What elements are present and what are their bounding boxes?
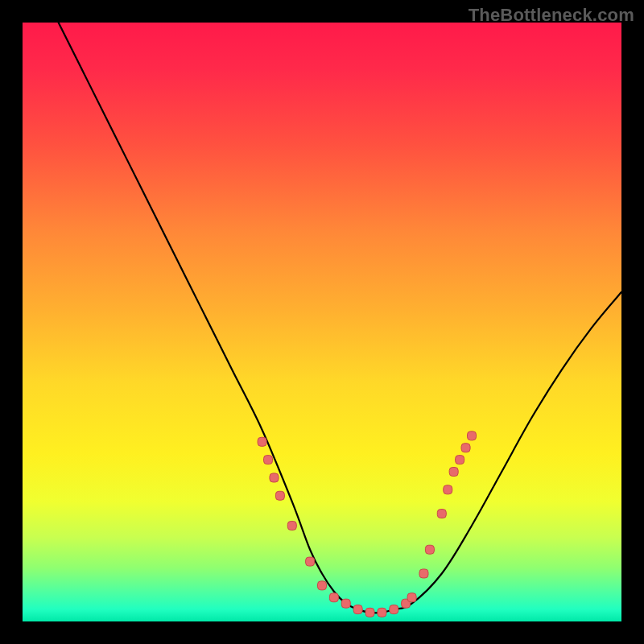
marker-point bbox=[419, 569, 428, 578]
chart-svg bbox=[23, 23, 621, 621]
marker-point bbox=[287, 521, 296, 530]
marker-point bbox=[456, 456, 464, 464]
marker-point bbox=[461, 444, 470, 452]
chart-container: TheBottleneck.com bbox=[0, 0, 644, 644]
marker-point bbox=[306, 557, 315, 566]
marker-point bbox=[378, 608, 386, 617]
watermark-text: TheBottleneck.com bbox=[469, 5, 634, 26]
marker-point bbox=[353, 605, 362, 614]
marker-point bbox=[444, 485, 452, 494]
marker-point bbox=[275, 491, 284, 500]
marker-point bbox=[341, 599, 350, 608]
marker-point bbox=[270, 473, 279, 482]
marker-point bbox=[329, 593, 338, 602]
marker-point bbox=[258, 437, 266, 446]
marker-point bbox=[318, 581, 327, 590]
marker-point bbox=[264, 456, 273, 464]
highlight-markers bbox=[258, 431, 476, 617]
marker-point bbox=[449, 468, 458, 477]
plot-area bbox=[23, 23, 621, 621]
marker-point bbox=[390, 605, 398, 614]
marker-point bbox=[407, 593, 416, 602]
marker-point bbox=[468, 431, 477, 440]
curve-line bbox=[59, 23, 621, 613]
marker-point bbox=[437, 510, 446, 518]
marker-point bbox=[365, 608, 374, 617]
marker-point bbox=[425, 545, 434, 554]
